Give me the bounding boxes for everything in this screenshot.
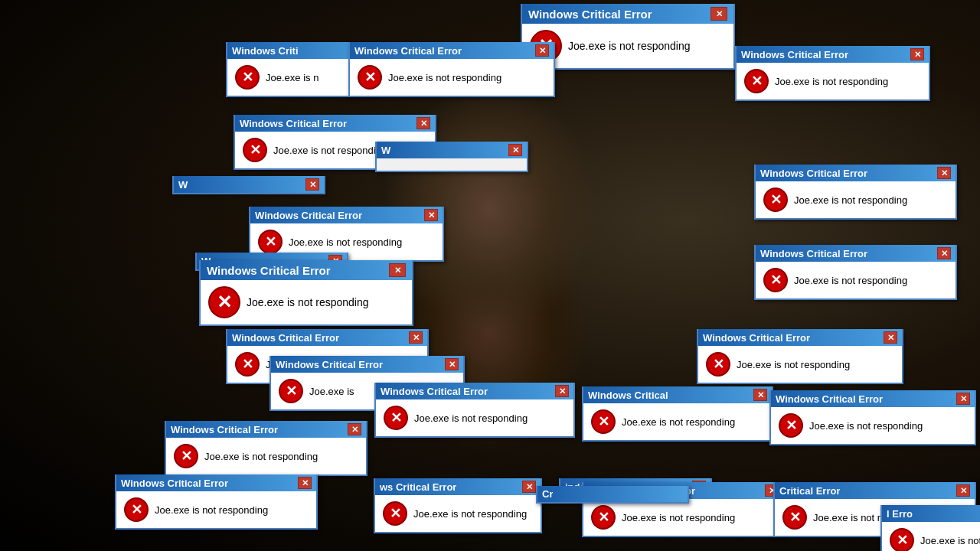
error-window-4: Windows Critical Error ✕ ✕ Joe.exe is no… (735, 46, 930, 101)
error-window-26: l Erro ✕ ✕ Joe.exe is not (880, 505, 980, 551)
title-10: Windows Critical Error (760, 248, 867, 259)
titlebar-16: Windows Critical Error ✕ (376, 383, 573, 399)
message-2: Joe.exe is n (266, 72, 318, 83)
titlebar-5: Windows Critical Error ✕ (235, 115, 435, 132)
titlebar-4: Windows Critical Error ✕ (737, 46, 929, 63)
error-icon-10: ✕ (763, 268, 788, 292)
body-26: ✕ Joe.exe is not (882, 522, 980, 551)
error-icon-18: ✕ (779, 413, 803, 438)
close-button-16[interactable]: ✕ (555, 385, 569, 397)
title-19: Windows Critical Error (171, 424, 278, 435)
title-17: Windows Critical (588, 390, 668, 401)
titlebar-20: Windows Critical Error ✕ (116, 474, 316, 491)
close-button-1[interactable]: ✕ (710, 7, 727, 21)
titlebar-12: Windows Critical Error ✕ (201, 260, 412, 280)
close-button-12[interactable]: ✕ (389, 263, 406, 277)
title-9: Windows Critical Error (255, 210, 362, 221)
error-icon-12: ✕ (208, 286, 240, 318)
title-4: Windows Critical Error (741, 49, 848, 60)
error-window-18: Windows Critical Error ✕ ✕ Joe.exe is no… (769, 390, 976, 445)
body-19: ✕ Joe.exe is not responding (166, 438, 366, 474)
error-window-7: Windows Critical Error ✕ ✕ Joe.exe is no… (754, 165, 957, 220)
message-5: Joe.exe is not responding (273, 145, 387, 156)
close-button-3[interactable]: ✕ (535, 44, 549, 57)
message-9: Joe.exe is not responding (289, 236, 402, 248)
close-button-24[interactable]: ✕ (956, 484, 970, 497)
title-16: Windows Critical Error (381, 386, 488, 397)
message-12: Joe.exe is not responding (247, 296, 369, 308)
error-window-12: Windows Critical Error ✕ ✕ Joe.exe is no… (199, 260, 413, 326)
close-button-20[interactable]: ✕ (298, 477, 312, 489)
title-18: Windows Critical Error (776, 393, 883, 405)
titlebar-15: Windows Critical Error ✕ (271, 356, 463, 373)
error-icon-15: ✕ (279, 379, 303, 403)
titlebar-19: Windows Critical Error ✕ (166, 421, 366, 438)
close-button-9[interactable]: ✕ (424, 209, 438, 221)
error-window-16: Windows Critical Error ✕ ✕ Joe.exe is no… (374, 383, 575, 438)
title-6: W (381, 145, 390, 156)
error-window-25: Cr (536, 486, 689, 504)
close-button-4[interactable]: ✕ (910, 48, 924, 60)
close-button-19[interactable]: ✕ (348, 423, 361, 435)
error-icon-14: ✕ (706, 352, 730, 377)
close-button-6[interactable]: ✕ (508, 144, 522, 156)
titlebar-7: Windows Critical Error ✕ (756, 165, 956, 181)
body-23: ✕ Joe.exe is not responding (583, 499, 783, 536)
error-window-14: Windows Critical Error ✕ ✕ Joe.exe is no… (697, 329, 903, 384)
title-24: Critical Error (779, 485, 840, 497)
close-button-7[interactable]: ✕ (937, 167, 951, 179)
titlebar-9: Windows Critical Error ✕ (250, 207, 443, 223)
title-15: Windows Critical Error (276, 359, 383, 370)
titlebar-8: W ✕ (174, 176, 324, 193)
title-8: W (178, 179, 188, 191)
title-13: Windows Critical Error (232, 332, 339, 344)
error-icon-23: ✕ (591, 505, 616, 530)
titlebar-13: Windows Critical Error ✕ (227, 329, 427, 346)
error-icon-19: ✕ (174, 444, 198, 468)
error-icon-7: ✕ (763, 187, 788, 212)
error-icon-26: ✕ (890, 528, 914, 551)
title-1: Windows Critical Error (528, 8, 652, 21)
message-21: Joe.exe is not responding (413, 508, 527, 520)
body-20: ✕ Joe.exe is not responding (116, 491, 316, 528)
titlebar-14: Windows Critical Error ✕ (698, 329, 902, 346)
error-window-20: Windows Critical Error ✕ ✕ Joe.exe is no… (115, 474, 318, 530)
close-button-21[interactable]: ✕ (522, 481, 536, 493)
titlebar-25: Cr (537, 486, 688, 502)
close-button-14[interactable]: ✕ (884, 331, 897, 344)
message-16: Joe.exe is not responding (414, 412, 528, 424)
error-icon-21: ✕ (383, 501, 407, 526)
error-icon-5: ✕ (243, 138, 267, 162)
body-21: ✕ Joe.exe is not responding (375, 495, 541, 532)
close-button-5[interactable]: ✕ (416, 117, 430, 129)
title-26: l Erro (887, 508, 913, 520)
message-3: Joe.exe is not responding (388, 72, 501, 83)
close-button-17[interactable]: ✕ (753, 389, 767, 401)
body-17: ✕ Joe.exe is not responding (583, 403, 772, 440)
body-10: ✕ Joe.exe is not responding (756, 262, 956, 298)
message-26: Joe.exe is not (920, 535, 980, 546)
body-12: ✕ Joe.exe is not responding (201, 280, 412, 324)
error-icon-24: ✕ (782, 505, 807, 530)
close-button-10[interactable]: ✕ (937, 247, 951, 259)
error-window-8: W ✕ (172, 176, 325, 194)
body-18: ✕ Joe.exe is not responding (771, 407, 975, 444)
body-3: ✕ Joe.exe is not responding (350, 59, 554, 96)
error-icon-9: ✕ (258, 230, 283, 254)
titlebar-6: W ✕ (377, 142, 527, 158)
close-button-18[interactable]: ✕ (956, 393, 970, 405)
titlebar-24: Critical Error ✕ (775, 482, 975, 499)
titlebar-26: l Erro ✕ (882, 505, 980, 522)
title-25: Cr (542, 488, 553, 500)
error-window-6: W ✕ (375, 142, 528, 172)
close-button-13[interactable]: ✕ (409, 331, 423, 344)
body-16: ✕ Joe.exe is not responding (376, 399, 573, 436)
title-7: Windows Critical Error (760, 168, 867, 179)
titlebar-1: Windows Critical Error ✕ (522, 4, 733, 24)
close-button-8[interactable]: ✕ (305, 178, 319, 191)
close-button-15[interactable]: ✕ (445, 358, 459, 370)
error-icon-20: ✕ (124, 497, 149, 522)
error-window-17: Windows Critical ✕ ✕ Joe.exe is not resp… (582, 386, 773, 442)
error-icon-16: ✕ (384, 406, 408, 430)
message-18: Joe.exe is not responding (809, 420, 923, 432)
